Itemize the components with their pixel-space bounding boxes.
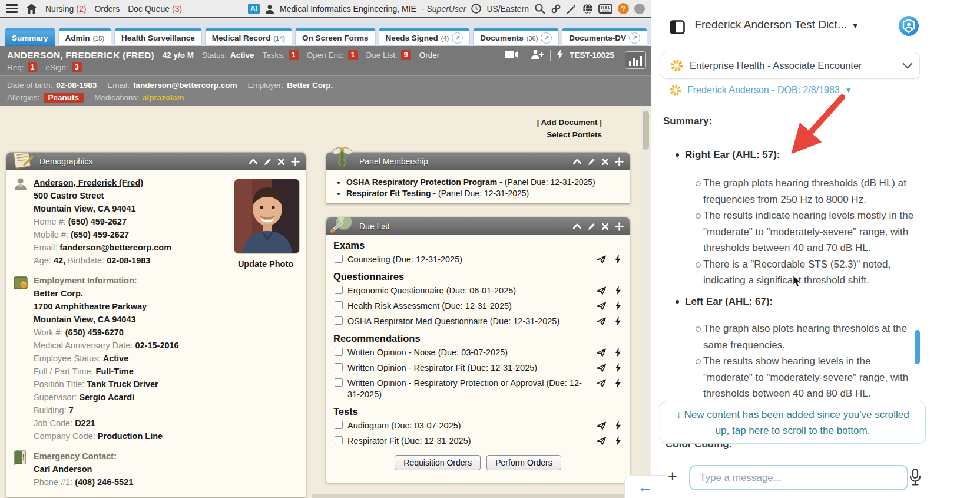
perform-bolt-icon[interactable]: [615, 286, 621, 295]
collapse-icon[interactable]: [249, 159, 257, 164]
send-icon[interactable]: [596, 436, 607, 446]
requisition-orders-button[interactable]: Requisition Orders: [395, 455, 481, 470]
due-item-label[interactable]: Written Opinion - Respirator Fit (Due: 1…: [347, 362, 591, 374]
tab-health-surveillance[interactable]: Health Surveillance: [114, 28, 202, 46]
esign-badge[interactable]: 3: [72, 62, 82, 72]
send-icon[interactable]: [596, 301, 607, 311]
move-icon[interactable]: [291, 157, 300, 166]
quick-action-bolt-icon[interactable]: [557, 49, 564, 61]
checkbox[interactable]: [335, 316, 343, 325]
perform-bolt-icon[interactable]: [615, 255, 621, 264]
message-input[interactable]: [689, 465, 908, 490]
main-scrollbar[interactable]: [641, 106, 650, 493]
due-item-label[interactable]: Written Opinion - Noise (Due: 03-07-2025…: [347, 347, 591, 358]
edit-icon[interactable]: [588, 158, 595, 166]
panel-item[interactable]: Respirator Fit Testing - (Panel Due: 12-…: [346, 189, 623, 198]
tab-documents[interactable]: Documents(36)↗: [473, 28, 559, 46]
checkbox[interactable]: [335, 436, 343, 444]
checkbox[interactable]: [335, 363, 343, 371]
due-item-label[interactable]: Audiogram (Due: 03-07-2025): [347, 420, 591, 431]
help-icon[interactable]: ?: [618, 3, 629, 14]
external-link-icon[interactable]: ↗: [629, 32, 640, 44]
tab-admin[interactable]: Admin(15): [58, 28, 112, 46]
send-icon[interactable]: [596, 316, 607, 326]
close-icon[interactable]: [602, 223, 608, 230]
tasks-badge[interactable]: 1: [289, 50, 299, 60]
patient-name-link[interactable]: Anderson, Frederick (Fred): [34, 178, 143, 187]
collapse-panel-tile[interactable]: ←: [624, 475, 666, 498]
perform-bolt-icon[interactable]: [615, 301, 621, 311]
perform-orders-button[interactable]: Perform Orders: [486, 455, 561, 470]
tab-on-screen-forms[interactable]: On Screen Forms: [295, 28, 376, 46]
panel-item[interactable]: OSHA Respiratory Protection Program - (P…: [346, 177, 623, 187]
edit-icon[interactable]: [264, 158, 272, 166]
demographics-portlet-header[interactable]: Demographics: [6, 153, 306, 170]
send-icon[interactable]: [596, 348, 607, 357]
send-icon[interactable]: [596, 255, 607, 264]
checkbox[interactable]: [335, 348, 343, 356]
perform-bolt-icon[interactable]: [615, 363, 621, 372]
tab-needs-signed[interactable]: Needs Signed(4)↗: [379, 28, 471, 46]
attach-button[interactable]: +: [668, 467, 677, 485]
due-item-label[interactable]: Ergonomic Questionnaire (Due: 06-01-2025…: [347, 285, 591, 296]
order-link[interactable]: Order: [419, 51, 440, 60]
due-item-label[interactable]: Counseling (Due: 12-31-2025): [347, 254, 591, 265]
collapse-icon[interactable]: [573, 223, 581, 229]
close-icon[interactable]: [278, 159, 284, 165]
perform-bolt-icon[interactable]: [615, 378, 621, 388]
medication-value[interactable]: alprazolam: [143, 93, 184, 102]
ai-badge[interactable]: AI: [248, 4, 260, 14]
checkbox[interactable]: [335, 378, 343, 387]
send-icon[interactable]: [596, 378, 607, 388]
nav-item-orders[interactable]: Orders: [94, 4, 120, 14]
perform-bolt-icon[interactable]: [615, 348, 621, 357]
scrollbar-thumb[interactable]: [643, 111, 649, 150]
due-item-label[interactable]: OSHA Respirator Med Questionnaire (Due: …: [347, 316, 591, 327]
assistant-logo-icon[interactable]: [898, 15, 920, 39]
move-icon[interactable]: [615, 157, 624, 166]
perform-bolt-icon[interactable]: [615, 436, 621, 446]
globe-icon[interactable]: [582, 4, 593, 14]
hamburger-menu-icon[interactable]: [6, 4, 18, 13]
encounter-select[interactable]: Enterprise Health - Associate Encounter: [661, 52, 920, 79]
external-link-icon[interactable]: ↗: [452, 32, 463, 44]
nav-item-nursing[interactable]: Nursing(2): [45, 4, 86, 14]
send-icon[interactable]: [596, 286, 607, 295]
due-list-badge[interactable]: 9: [401, 50, 411, 60]
checkbox[interactable]: [335, 255, 343, 263]
due-item-label[interactable]: Health Risk Assessment (Due: 12-31-2025): [347, 301, 591, 312]
supervisor-link[interactable]: Sergio Acardi: [79, 393, 134, 402]
wand-icon[interactable]: [567, 4, 577, 14]
collapse-icon[interactable]: [573, 159, 581, 164]
perform-bolt-icon[interactable]: [615, 316, 621, 326]
due-list-header[interactable]: Due List: [326, 217, 630, 235]
panel-scrollbar-thumb[interactable]: [915, 330, 920, 364]
tab-summary[interactable]: Summary: [5, 28, 55, 46]
add-person-icon[interactable]: [531, 50, 544, 61]
checkbox[interactable]: [335, 286, 343, 294]
open-enc-badge[interactable]: 1: [348, 50, 358, 60]
perform-bolt-icon[interactable]: [615, 421, 621, 430]
link-icon[interactable]: [551, 4, 561, 14]
new-content-notification[interactable]: ↓ New content has been added since you'v…: [660, 401, 926, 444]
timezone-label[interactable]: US/Eastern: [486, 4, 529, 14]
external-link-icon[interactable]: ↗: [541, 32, 552, 44]
status-circle-icon[interactable]: [634, 4, 645, 14]
patient-name[interactable]: ANDERSON, FREDERICK (FRED): [7, 50, 154, 61]
send-icon[interactable]: [596, 421, 607, 430]
send-icon[interactable]: [596, 363, 607, 372]
keyboard-icon[interactable]: [598, 4, 612, 14]
allergy-badge[interactable]: Peanuts: [44, 93, 84, 103]
tab-medical-record[interactable]: Medical Record(14): [205, 28, 292, 46]
add-document-link[interactable]: Add Document: [541, 118, 597, 127]
checkbox[interactable]: [335, 421, 343, 429]
close-icon[interactable]: [602, 159, 608, 165]
nav-item-doc-queue[interactable]: Doc Queue(3): [128, 4, 182, 14]
due-item-label[interactable]: Written Opinion - Respiratory Protection…: [347, 378, 591, 400]
panel-membership-header[interactable]: Panel Membership: [326, 153, 630, 170]
select-portlets-link[interactable]: Select Portlets: [547, 130, 602, 139]
microphone-icon[interactable]: [909, 469, 922, 489]
req-badge[interactable]: 1: [28, 62, 38, 72]
due-item-label[interactable]: Respirator Fit (Due: 12-31-2025): [347, 436, 591, 447]
tab-documents-dv[interactable]: Documents-DV↗: [562, 28, 647, 46]
